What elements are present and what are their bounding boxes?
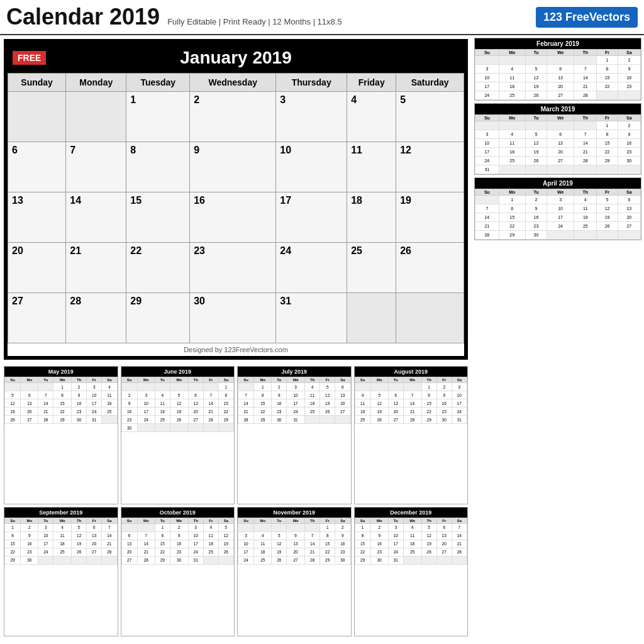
small-month-day: 14 — [137, 540, 155, 548]
small-month-day: 15 — [5, 540, 21, 548]
small-month-day-header: Mo — [21, 377, 38, 383]
logo: 123 FreeVectors — [536, 7, 638, 28]
small-month-day — [218, 424, 233, 432]
jan-day-cell: 31 — [276, 293, 347, 343]
jan-day-cell: 8 — [126, 142, 190, 192]
small-month-day-header: We — [53, 518, 72, 523]
sidebar-day: 25 — [574, 222, 597, 231]
sidebar-day: 30 — [525, 231, 547, 240]
sidebar-day: 29 — [499, 231, 525, 240]
small-month-day: 15 — [218, 399, 233, 408]
sidebar-day-header: Sa — [618, 189, 640, 196]
small-month-day — [188, 424, 203, 432]
small-month-day: 19 — [5, 408, 21, 416]
small-month-day: 21 — [137, 548, 155, 556]
small-month-day: 5 — [218, 523, 233, 531]
small-month-day: 14 — [403, 399, 421, 408]
small-month-day: 3 — [137, 391, 155, 399]
small-month-day — [254, 523, 272, 531]
small-month-day — [137, 424, 155, 432]
small-month-day: 19 — [272, 548, 287, 556]
sidebar-day: 7 — [475, 204, 499, 213]
small-month-day: 16 — [436, 399, 452, 408]
small-month-day: 1 — [320, 523, 335, 531]
jan-day-cell: 7 — [66, 142, 126, 192]
sidebar-day: 16 — [618, 139, 640, 148]
sidebar-day: 26 — [525, 157, 547, 165]
sidebar-day: 28 — [475, 231, 499, 240]
small-month-day: 20 — [87, 540, 102, 548]
small-month-day-header: Tu — [272, 377, 287, 383]
sidebar-day — [499, 165, 525, 174]
sidebar-day: 8 — [597, 65, 618, 74]
small-month-day: 28 — [137, 556, 155, 564]
small-month-day: 2 — [21, 523, 38, 531]
small-month-day: 3 — [38, 523, 53, 531]
small-month-day: 20 — [287, 548, 305, 556]
small-month-day: 17 — [38, 540, 53, 548]
small-month-day: 19 — [218, 540, 233, 548]
page-title: Calendar 2019 — [6, 4, 160, 30]
small-month-day: 25 — [355, 416, 370, 424]
small-month-day: 21 — [203, 408, 218, 416]
sidebar-day-header: Su — [475, 115, 499, 121]
sidebar-day — [547, 56, 574, 65]
small-month: December 2019SuMoTuWeThFrSa1234567891011… — [354, 507, 469, 637]
small-month-day: 2 — [370, 523, 388, 531]
small-month-day-header: Fr — [87, 518, 102, 523]
small-month-day: 5 — [320, 383, 335, 391]
sidebar-day: 20 — [547, 148, 574, 157]
small-month-day: 6 — [335, 383, 350, 391]
small-month-day — [272, 523, 287, 531]
small-month-day: 3 — [287, 383, 305, 391]
small-month-day-header: Sa — [218, 518, 233, 523]
sidebar-day: 10 — [475, 74, 499, 82]
sidebar-day: 2 — [525, 196, 547, 204]
jan-day-cell: 26 — [396, 243, 464, 293]
sidebar-day-header: Su — [475, 50, 499, 56]
sidebar-day: 14 — [574, 74, 597, 82]
small-month-day: 12 — [370, 399, 388, 408]
sidebar-day: 12 — [597, 204, 618, 213]
small-month-day: 21 — [38, 408, 53, 416]
jan-day-cell: 14 — [66, 192, 126, 243]
small-month-day: 19 — [320, 399, 335, 408]
small-month-day: 2 — [272, 383, 287, 391]
small-month-day-header: Fr — [436, 518, 452, 523]
small-month-day: 29 — [355, 556, 370, 564]
small-month-day: 13 — [188, 399, 203, 408]
small-month-day: 10 — [188, 531, 203, 540]
small-month-day: 11 — [403, 531, 421, 540]
small-month-day: 29 — [218, 416, 233, 424]
sidebar-day — [574, 121, 597, 130]
small-month-day: 26 — [170, 416, 188, 424]
sidebar-day: 10 — [475, 139, 499, 148]
small-month-day: 10 — [137, 399, 155, 408]
small-month-day: 18 — [155, 408, 170, 416]
sidebar-day: 23 — [618, 82, 640, 91]
small-month-day — [155, 383, 170, 391]
small-month-day — [137, 383, 155, 391]
sidebar-day: 24 — [547, 222, 574, 231]
small-month-day: 28 — [305, 556, 320, 564]
small-month-day: 17 — [137, 408, 155, 416]
sidebar-day: 27 — [547, 157, 574, 165]
small-month-day: 8 — [155, 531, 170, 540]
small-month: June 2019SuMoTuWeThFrSa12345678910111213… — [121, 366, 235, 504]
small-month-day: 18 — [355, 408, 370, 416]
small-month-day-header: Th — [72, 518, 87, 523]
small-month-day-header: Mo — [21, 518, 38, 523]
small-month-day: 16 — [370, 540, 388, 548]
sidebar-day — [597, 165, 618, 174]
small-month-day — [155, 424, 170, 432]
small-month-day-header: We — [403, 377, 421, 383]
small-month-day-header: Tu — [272, 518, 287, 523]
small-month-day — [87, 556, 102, 564]
small-month-day: 10 — [287, 391, 305, 399]
small-month-day: 8 — [421, 391, 436, 399]
small-month-day: 10 — [238, 540, 254, 548]
small-month-day: 29 — [5, 556, 21, 564]
small-month-day: 24 — [38, 548, 53, 556]
small-month-day-header: Sa — [452, 377, 467, 383]
small-month-day: 15 — [53, 399, 72, 408]
